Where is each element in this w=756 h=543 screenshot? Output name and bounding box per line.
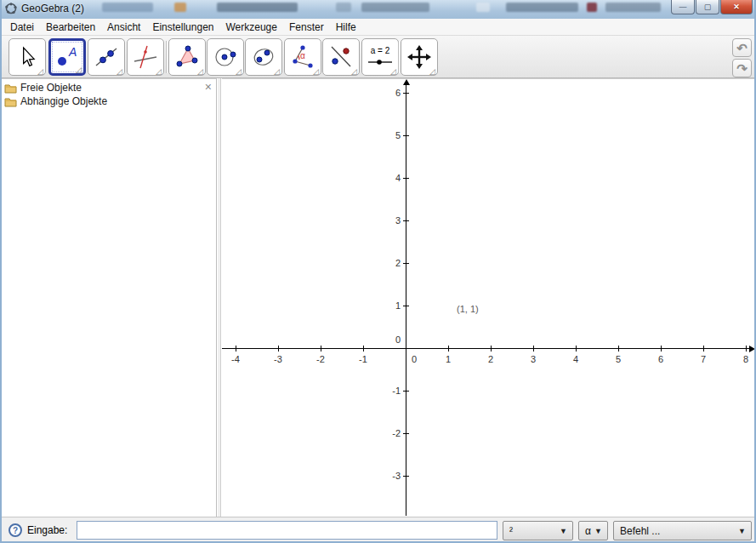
minimize-button[interactable]: — — [671, 0, 695, 14]
command-input[interactable] — [77, 521, 497, 540]
chevron-down-icon: ▼ — [738, 527, 746, 535]
tool-conic-button[interactable]: ◿ — [245, 38, 282, 76]
y-tick-label: 5 — [395, 130, 401, 140]
close-button[interactable]: ✕ — [720, 0, 753, 14]
menubar: Datei Bearbeiten Ansicht Einstellungen W… — [2, 19, 754, 36]
window-title: GeoGebra (2) — [21, 3, 84, 14]
titlebar-artifact — [336, 3, 351, 12]
svg-text:A: A — [68, 45, 77, 59]
input-bar: ? Eingabe: ² ▼ α ▼ Befehl ... ▼ — [2, 517, 754, 543]
x-tick — [661, 346, 662, 352]
exponent-dropdown[interactable]: ² ▼ — [503, 521, 573, 540]
x-tick-label: 7 — [701, 354, 706, 364]
maximize-button[interactable]: ▢ — [696, 0, 719, 14]
y-axis-arrow-icon — [403, 79, 410, 85]
tree-item-free-objects[interactable]: Freie Objekte — [2, 79, 216, 94]
menu-item-datei[interactable]: Datei — [4, 20, 40, 35]
menu-item-einstellungen[interactable]: Einstellungen — [146, 20, 219, 35]
tool-move-graphics-view-button[interactable]: ◿ — [401, 38, 438, 76]
y-tick — [403, 220, 409, 221]
folder-icon — [4, 96, 17, 107]
algebra-view: Freie Objekte Abhängige Objekte × — [2, 78, 217, 517]
point-coordinates-label: (1, 1) — [457, 304, 479, 314]
x-tick — [746, 346, 747, 352]
line-icon — [94, 45, 118, 69]
chevron-down-icon: ▼ — [594, 527, 602, 535]
main-area: Freie Objekte Abhängige Objekte × -4-3-2… — [2, 78, 754, 517]
titlebar-artifact — [506, 3, 578, 12]
tool-dropdown-icon[interactable]: ◿ — [236, 68, 242, 76]
move-view-icon — [407, 45, 431, 69]
tool-mirror-button[interactable]: ◿ — [322, 38, 360, 76]
tool-dropdown-icon[interactable]: ◿ — [117, 68, 122, 76]
y-tick-label: 0 — [395, 334, 401, 345]
x-tick — [491, 346, 492, 352]
chevron-down-icon: ▼ — [560, 527, 567, 535]
menu-item-fenster[interactable]: Fenster — [283, 20, 330, 35]
tool-dropdown-icon[interactable]: ◿ — [429, 68, 435, 76]
y-tick-label: 6 — [395, 88, 401, 98]
help-icon[interactable]: ? — [9, 523, 22, 537]
titlebar-artifact — [102, 3, 153, 12]
y-tick-label: -3 — [392, 471, 401, 481]
menu-item-werkzeuge[interactable]: Werkzeuge — [219, 20, 282, 35]
tree-item-dependent-objects[interactable]: Abhängige Objekte — [2, 94, 216, 108]
tool-new-point-button[interactable]: A ◿ — [48, 38, 86, 76]
undo-redo-group: ↶ ↷ — [732, 38, 752, 77]
tool-dropdown-icon[interactable]: ◿ — [156, 68, 162, 76]
x-tick — [576, 346, 577, 352]
tool-dropdown-icon[interactable]: ◿ — [76, 66, 82, 74]
tree-item-label: Freie Objekte — [20, 82, 82, 94]
x-tick — [618, 346, 619, 352]
x-tick — [321, 346, 321, 352]
tool-dropdown-icon[interactable]: ◿ — [274, 68, 280, 76]
command-dropdown-value: Befehl ... — [620, 525, 660, 537]
y-tick — [403, 306, 409, 306]
algebra-close-icon[interactable]: × — [205, 81, 212, 93]
graphics-view[interactable]: -4-3-2-1012345678-3-2-10123456 (1, 1) — [222, 78, 756, 517]
x-tick-label: -2 — [316, 354, 325, 364]
tool-dropdown-icon[interactable]: ◿ — [37, 68, 43, 76]
toolbar: ◿ A ◿ ◿ — [2, 36, 754, 78]
tree-item-label: Abhängige Objekte — [20, 95, 107, 107]
tool-angle-button[interactable]: α ◿ — [284, 38, 321, 76]
svg-text:α: α — [300, 51, 305, 60]
y-tick-label: 1 — [395, 300, 401, 311]
tool-dropdown-icon[interactable]: ◿ — [313, 68, 319, 76]
y-axis — [406, 83, 406, 516]
y-tick-label: -1 — [392, 386, 401, 396]
x-tick — [236, 346, 236, 352]
tool-dropdown-icon[interactable]: ◿ — [351, 68, 357, 76]
x-tick — [448, 346, 449, 352]
y-tick-label: 4 — [395, 173, 401, 183]
x-tick-label: -4 — [231, 354, 240, 364]
redo-icon: ↷ — [736, 62, 747, 75]
tool-dropdown-icon[interactable]: ◿ — [390, 68, 396, 76]
tool-move-button[interactable]: ◿ — [9, 38, 46, 76]
tool-line-button[interactable]: ◿ — [88, 38, 125, 76]
tool-dropdown-icon[interactable]: ◿ — [197, 68, 203, 76]
menu-item-ansicht[interactable]: Ansicht — [101, 20, 146, 35]
window-controls: — ▢ ✕ — [670, 0, 753, 14]
tool-special-line-button[interactable]: ◿ — [127, 38, 164, 76]
panel-divider[interactable] — [218, 78, 221, 517]
menu-item-bearbeiten[interactable]: Bearbeiten — [40, 20, 101, 35]
x-tick — [278, 346, 279, 352]
tool-circle-button[interactable]: ◿ — [207, 38, 244, 76]
menu-item-hilfe[interactable]: Hilfe — [330, 20, 362, 35]
y-tick-label: 2 — [395, 258, 401, 268]
y-tick — [403, 93, 409, 94]
greek-dropdown-value: α — [585, 525, 591, 537]
y-tick — [403, 178, 409, 179]
x-tick-label: 8 — [743, 354, 748, 364]
greek-dropdown[interactable]: α ▼ — [578, 521, 608, 540]
x-tick-label: 4 — [573, 354, 578, 364]
geogebra-window: GeoGebra (2) — ▢ ✕ Datei Bearbeiten Ansi… — [0, 0, 756, 543]
tool-slider-button[interactable]: a = 2 ◿ — [361, 38, 399, 76]
x-tick-label: -3 — [274, 354, 282, 364]
tool-polygon-button[interactable]: ◿ — [168, 38, 206, 76]
redo-button[interactable]: ↷ — [732, 59, 752, 77]
y-tick-label: 3 — [395, 215, 401, 226]
undo-button[interactable]: ↶ — [732, 38, 752, 57]
command-dropdown[interactable]: Befehl ... ▼ — [613, 521, 752, 540]
